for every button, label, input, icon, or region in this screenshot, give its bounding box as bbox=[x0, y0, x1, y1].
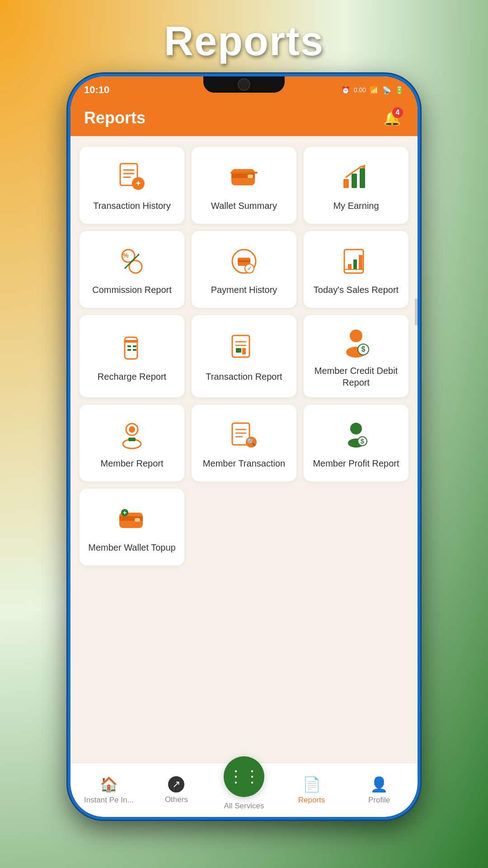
nav-reports[interactable]: 📄 Reports bbox=[278, 776, 346, 805]
member-report-card[interactable]: Member Report bbox=[80, 405, 184, 481]
svg-rect-10 bbox=[343, 179, 349, 188]
my-earning-card[interactable]: My Earning bbox=[304, 147, 408, 224]
svg-point-44 bbox=[129, 426, 135, 433]
transaction-report-label: Transaction Report bbox=[206, 371, 282, 382]
member-report-label: Member Report bbox=[101, 458, 164, 469]
page-title: Reports bbox=[164, 18, 324, 65]
bottom-nav: 🏠 Instant Pe In... ↗ Others ⋮⋮ All Servi… bbox=[70, 763, 418, 817]
nav-others-label: Others bbox=[165, 795, 188, 804]
member-wallet-topup-card[interactable]: + Member Wallet Topup bbox=[80, 489, 184, 566]
nav-profile-label: Profile bbox=[368, 796, 390, 805]
svg-rect-34 bbox=[232, 335, 249, 357]
wallet-summary-label: Wallet Summary bbox=[211, 200, 277, 212]
member-transaction-card[interactable]: 🔍 Member Transaction bbox=[192, 405, 296, 481]
all-services-button[interactable]: ⋮⋮ bbox=[224, 756, 264, 797]
recharge-report-card[interactable]: Recharge Report bbox=[80, 315, 184, 397]
svg-text:$: $ bbox=[361, 438, 364, 445]
member-credit-debit-label: Member Credit Debit Report bbox=[309, 365, 403, 388]
member-profit-card[interactable]: $ Member Profit Report bbox=[304, 405, 408, 481]
nav-all-services-label: All Services bbox=[224, 802, 264, 811]
svg-rect-33 bbox=[133, 349, 136, 351]
commission-report-label: Commission Report bbox=[92, 284, 172, 296]
svg-text:+: + bbox=[136, 179, 141, 188]
transaction-history-card[interactable]: + Transaction History bbox=[80, 147, 184, 224]
my-earning-label: My Earning bbox=[333, 200, 379, 212]
home-icon: 🏠 bbox=[100, 776, 118, 793]
svg-rect-31 bbox=[133, 345, 136, 347]
app-header: Reports 🔔 4 bbox=[70, 100, 418, 136]
recharge-report-label: Recharge Report bbox=[98, 371, 166, 382]
svg-rect-12 bbox=[360, 168, 365, 188]
nav-instant-pe[interactable]: 🏠 Instant Pe In... bbox=[75, 776, 143, 805]
svg-point-53 bbox=[350, 423, 362, 434]
svg-point-39 bbox=[350, 330, 362, 342]
svg-rect-37 bbox=[236, 348, 241, 353]
nav-instant-pe-label: Instant Pe In... bbox=[84, 796, 134, 805]
member-credit-debit-icon: $ bbox=[340, 326, 372, 359]
svg-rect-20 bbox=[238, 260, 250, 262]
member-wallet-topup-icon: + bbox=[116, 503, 148, 535]
svg-text:+: + bbox=[123, 509, 127, 516]
member-report-icon bbox=[116, 419, 148, 451]
phone-frame: 10:10 ⏰ 0.00 📶 📡 🔋 Reports 🔔 4 bbox=[68, 74, 420, 820]
commission-report-card[interactable]: % Commission Report bbox=[80, 231, 184, 308]
reports-nav-icon: 📄 bbox=[303, 776, 321, 793]
svg-rect-25 bbox=[353, 259, 357, 269]
todays-sales-card[interactable]: Today's Sales Report bbox=[304, 231, 408, 308]
svg-rect-11 bbox=[352, 174, 357, 188]
svg-rect-9 bbox=[230, 172, 258, 174]
svg-text:$: $ bbox=[361, 345, 366, 353]
svg-rect-32 bbox=[127, 349, 131, 351]
member-transaction-icon: 🔍 bbox=[228, 419, 260, 451]
nav-all-services[interactable]: ⋮⋮ All Services bbox=[210, 770, 278, 811]
member-credit-debit-card[interactable]: $ Member Credit Debit Report bbox=[304, 315, 408, 397]
member-wallet-topup-label: Member Wallet Topup bbox=[88, 542, 175, 553]
payment-history-label: Payment History bbox=[211, 284, 277, 296]
transaction-report-card[interactable]: Transaction Report bbox=[192, 315, 296, 397]
svg-rect-46 bbox=[128, 438, 136, 441]
page-wrapper: Reports 10:10 ⏰ 0.00 📶 📡 🔋 Reports bbox=[0, 0, 488, 868]
report-grid: + Transaction History bbox=[80, 147, 408, 566]
profile-icon: 👤 bbox=[370, 776, 388, 793]
scroll-indicator bbox=[415, 298, 418, 326]
transaction-history-label: Transaction History bbox=[93, 200, 171, 212]
scroll-content: + Transaction History bbox=[70, 136, 418, 763]
recharge-report-icon bbox=[116, 332, 148, 364]
header-title: Reports bbox=[84, 108, 145, 127]
status-time: 10:10 bbox=[84, 84, 109, 96]
transaction-history-icon: + bbox=[116, 161, 148, 193]
my-earning-icon bbox=[340, 161, 372, 193]
svg-rect-30 bbox=[127, 345, 131, 347]
svg-text:✓: ✓ bbox=[247, 265, 252, 272]
notification-button[interactable]: 🔔 4 bbox=[380, 106, 404, 130]
transaction-report-icon bbox=[228, 332, 260, 364]
svg-rect-38 bbox=[242, 348, 246, 354]
payment-history-card[interactable]: ✓ Payment History bbox=[192, 231, 296, 308]
member-transaction-label: Member Transaction bbox=[203, 458, 285, 469]
svg-rect-26 bbox=[359, 255, 362, 269]
phone-screen: 10:10 ⏰ 0.00 📶 📡 🔋 Reports 🔔 4 bbox=[70, 76, 418, 817]
nav-reports-label: Reports bbox=[298, 796, 325, 805]
svg-rect-59 bbox=[135, 518, 140, 522]
phone-notch bbox=[203, 76, 285, 93]
todays-sales-icon bbox=[340, 245, 372, 278]
svg-text:🔍: 🔍 bbox=[247, 438, 256, 446]
nav-profile[interactable]: 👤 Profile bbox=[345, 776, 413, 805]
svg-text:%: % bbox=[123, 252, 129, 259]
member-profit-icon: $ bbox=[340, 419, 372, 451]
status-icons: ⏰ 0.00 📶 📡 🔋 bbox=[341, 86, 404, 94]
svg-rect-29 bbox=[125, 340, 137, 343]
payment-history-icon: ✓ bbox=[228, 245, 260, 278]
member-profit-label: Member Profit Report bbox=[313, 458, 399, 469]
phone-camera bbox=[238, 78, 250, 91]
wallet-summary-icon bbox=[228, 161, 260, 193]
todays-sales-label: Today's Sales Report bbox=[314, 284, 399, 296]
nav-others[interactable]: ↗ Others bbox=[143, 776, 211, 804]
svg-rect-24 bbox=[348, 264, 352, 269]
notification-badge: 4 bbox=[392, 107, 403, 118]
others-icon: ↗ bbox=[168, 776, 184, 793]
grid-icon: ⋮⋮ bbox=[228, 767, 260, 786]
svg-rect-8 bbox=[248, 175, 253, 178]
commission-report-icon: % bbox=[116, 245, 148, 278]
wallet-summary-card[interactable]: Wallet Summary bbox=[192, 147, 296, 224]
